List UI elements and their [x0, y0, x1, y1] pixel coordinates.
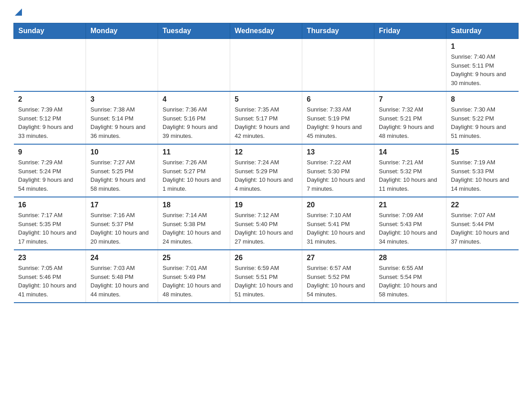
logo	[13, 11, 22, 18]
calendar-cell: 9Sunrise: 7:29 AMSunset: 5:24 PMDaylight…	[14, 144, 86, 197]
day-info: Sunrise: 6:55 AMSunset: 5:54 PMDaylight:…	[379, 264, 442, 299]
day-number: 27	[307, 254, 369, 262]
calendar-cell	[158, 39, 230, 92]
day-info: Sunrise: 7:26 AMSunset: 5:27 PMDaylight:…	[163, 158, 225, 193]
day-number: 5	[235, 95, 297, 103]
day-info: Sunrise: 6:59 AMSunset: 5:51 PMDaylight:…	[235, 264, 297, 299]
week-row-5: 23Sunrise: 7:05 AMSunset: 5:46 PMDayligh…	[14, 250, 519, 303]
day-number: 22	[451, 201, 514, 209]
day-number: 7	[379, 95, 442, 103]
day-number: 4	[163, 95, 225, 103]
day-info: Sunrise: 7:16 AMSunset: 5:37 PMDaylight:…	[90, 211, 153, 246]
day-number: 20	[307, 201, 369, 209]
day-info: Sunrise: 7:32 AMSunset: 5:21 PMDaylight:…	[379, 105, 442, 140]
calendar-cell: 12Sunrise: 7:24 AMSunset: 5:29 PMDayligh…	[230, 144, 302, 197]
calendar-cell: 22Sunrise: 7:07 AMSunset: 5:44 PMDayligh…	[446, 197, 519, 250]
calendar-cell: 4Sunrise: 7:36 AMSunset: 5:16 PMDaylight…	[158, 91, 230, 144]
calendar-cell: 23Sunrise: 7:05 AMSunset: 5:46 PMDayligh…	[14, 250, 86, 303]
day-info: Sunrise: 7:33 AMSunset: 5:19 PMDaylight:…	[307, 105, 369, 140]
day-number: 21	[379, 201, 442, 209]
day-info: Sunrise: 7:30 AMSunset: 5:22 PMDaylight:…	[451, 105, 514, 140]
day-info: Sunrise: 6:57 AMSunset: 5:52 PMDaylight:…	[307, 264, 369, 299]
weekday-header-sunday: Sunday	[14, 23, 86, 39]
day-number: 24	[90, 254, 153, 262]
week-row-1: 1Sunrise: 7:40 AMSunset: 5:11 PMDaylight…	[14, 39, 519, 92]
day-info: Sunrise: 7:17 AMSunset: 5:35 PMDaylight:…	[18, 211, 82, 246]
day-number: 9	[18, 148, 82, 156]
calendar-cell: 24Sunrise: 7:03 AMSunset: 5:48 PMDayligh…	[86, 250, 158, 303]
calendar-cell: 16Sunrise: 7:17 AMSunset: 5:35 PMDayligh…	[14, 197, 86, 250]
day-number: 8	[451, 95, 514, 103]
calendar-cell: 28Sunrise: 6:55 AMSunset: 5:54 PMDayligh…	[374, 250, 446, 303]
calendar-cell: 3Sunrise: 7:38 AMSunset: 5:14 PMDaylight…	[86, 91, 158, 144]
weekday-header-friday: Friday	[374, 23, 446, 39]
weekday-header-saturday: Saturday	[446, 23, 519, 39]
week-row-2: 2Sunrise: 7:39 AMSunset: 5:12 PMDaylight…	[14, 91, 519, 144]
day-info: Sunrise: 7:38 AMSunset: 5:14 PMDaylight:…	[90, 105, 153, 140]
day-number: 19	[235, 201, 297, 209]
day-number: 25	[163, 254, 225, 262]
weekday-header-thursday: Thursday	[302, 23, 374, 39]
calendar-cell: 21Sunrise: 7:09 AMSunset: 5:43 PMDayligh…	[374, 197, 446, 250]
calendar-cell	[14, 39, 86, 92]
day-number: 23	[18, 254, 82, 262]
day-number: 16	[18, 201, 82, 209]
day-number: 1	[451, 43, 514, 51]
weekday-header-wednesday: Wednesday	[230, 23, 302, 39]
calendar-cell: 20Sunrise: 7:10 AMSunset: 5:41 PMDayligh…	[302, 197, 374, 250]
calendar-cell: 1Sunrise: 7:40 AMSunset: 5:11 PMDaylight…	[446, 39, 519, 92]
day-info: Sunrise: 7:35 AMSunset: 5:17 PMDaylight:…	[235, 105, 297, 140]
calendar-cell: 17Sunrise: 7:16 AMSunset: 5:37 PMDayligh…	[86, 197, 158, 250]
day-number: 6	[307, 95, 369, 103]
day-info: Sunrise: 7:39 AMSunset: 5:12 PMDaylight:…	[18, 105, 82, 140]
calendar-cell: 19Sunrise: 7:12 AMSunset: 5:40 PMDayligh…	[230, 197, 302, 250]
day-number: 15	[451, 148, 514, 156]
week-row-4: 16Sunrise: 7:17 AMSunset: 5:35 PMDayligh…	[14, 197, 519, 250]
day-info: Sunrise: 7:07 AMSunset: 5:44 PMDaylight:…	[451, 211, 514, 246]
calendar-cell: 26Sunrise: 6:59 AMSunset: 5:51 PMDayligh…	[230, 250, 302, 303]
day-number: 28	[379, 254, 442, 262]
calendar-cell: 15Sunrise: 7:19 AMSunset: 5:33 PMDayligh…	[446, 144, 519, 197]
calendar-cell: 25Sunrise: 7:01 AMSunset: 5:49 PMDayligh…	[158, 250, 230, 303]
weekday-header-row: SundayMondayTuesdayWednesdayThursdayFrid…	[14, 23, 519, 39]
day-number: 2	[18, 95, 82, 103]
calendar-cell	[374, 39, 446, 92]
calendar-cell	[446, 250, 519, 303]
day-info: Sunrise: 7:29 AMSunset: 5:24 PMDaylight:…	[18, 158, 82, 193]
calendar-cell: 8Sunrise: 7:30 AMSunset: 5:22 PMDaylight…	[446, 91, 519, 144]
day-info: Sunrise: 7:36 AMSunset: 5:16 PMDaylight:…	[163, 105, 225, 140]
logo-triangle-icon	[15, 9, 22, 16]
day-number: 10	[90, 148, 153, 156]
page-header	[13, 9, 519, 18]
day-number: 14	[379, 148, 442, 156]
day-info: Sunrise: 7:09 AMSunset: 5:43 PMDaylight:…	[379, 211, 442, 246]
day-number: 18	[163, 201, 225, 209]
week-row-3: 9Sunrise: 7:29 AMSunset: 5:24 PMDaylight…	[14, 144, 519, 197]
calendar-cell: 18Sunrise: 7:14 AMSunset: 5:38 PMDayligh…	[158, 197, 230, 250]
weekday-header-monday: Monday	[86, 23, 158, 39]
calendar-cell: 13Sunrise: 7:22 AMSunset: 5:30 PMDayligh…	[302, 144, 374, 197]
calendar-cell: 27Sunrise: 6:57 AMSunset: 5:52 PMDayligh…	[302, 250, 374, 303]
calendar-table: SundayMondayTuesdayWednesdayThursdayFrid…	[13, 23, 519, 303]
day-number: 13	[307, 148, 369, 156]
day-info: Sunrise: 7:10 AMSunset: 5:41 PMDaylight:…	[307, 211, 369, 246]
calendar-cell	[302, 39, 374, 92]
day-number: 3	[90, 95, 153, 103]
day-info: Sunrise: 7:01 AMSunset: 5:49 PMDaylight:…	[163, 264, 225, 299]
calendar-cell: 7Sunrise: 7:32 AMSunset: 5:21 PMDaylight…	[374, 91, 446, 144]
calendar-cell: 5Sunrise: 7:35 AMSunset: 5:17 PMDaylight…	[230, 91, 302, 144]
calendar-cell: 11Sunrise: 7:26 AMSunset: 5:27 PMDayligh…	[158, 144, 230, 197]
calendar-cell	[86, 39, 158, 92]
calendar-cell: 14Sunrise: 7:21 AMSunset: 5:32 PMDayligh…	[374, 144, 446, 197]
day-info: Sunrise: 7:27 AMSunset: 5:25 PMDaylight:…	[90, 158, 153, 193]
calendar-cell: 2Sunrise: 7:39 AMSunset: 5:12 PMDaylight…	[14, 91, 86, 144]
day-info: Sunrise: 7:40 AMSunset: 5:11 PMDaylight:…	[451, 52, 514, 87]
calendar-cell	[230, 39, 302, 92]
day-number: 26	[235, 254, 297, 262]
day-number: 12	[235, 148, 297, 156]
weekday-header-tuesday: Tuesday	[158, 23, 230, 39]
day-info: Sunrise: 7:12 AMSunset: 5:40 PMDaylight:…	[235, 211, 297, 246]
calendar-cell: 6Sunrise: 7:33 AMSunset: 5:19 PMDaylight…	[302, 91, 374, 144]
calendar-cell: 10Sunrise: 7:27 AMSunset: 5:25 PMDayligh…	[86, 144, 158, 197]
day-info: Sunrise: 7:19 AMSunset: 5:33 PMDaylight:…	[451, 158, 514, 193]
